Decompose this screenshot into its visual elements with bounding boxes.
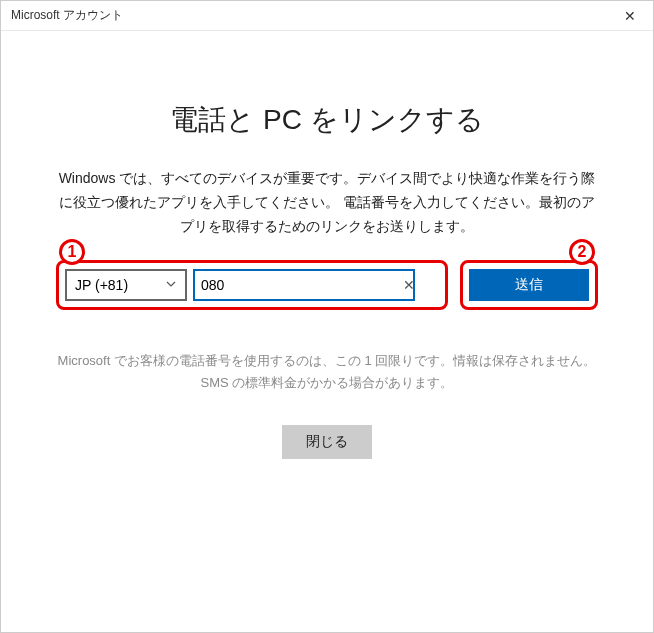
annotation-group-2: 2 送信 — [460, 260, 598, 310]
close-icon[interactable]: ✕ — [615, 1, 645, 31]
close-button[interactable]: 閉じる — [282, 425, 372, 459]
country-code-value: JP (+81) — [75, 277, 128, 293]
clear-icon[interactable]: ✕ — [401, 277, 417, 293]
page-title: 電話と PC をリンクする — [56, 101, 598, 139]
window-title: Microsoft アカウント — [11, 7, 123, 24]
send-button[interactable]: 送信 — [469, 269, 589, 301]
disclaimer-note: Microsoft でお客様の電話番号を使用するのは、この 1 回限りです。情報… — [56, 350, 598, 394]
titlebar: Microsoft アカウント ✕ — [1, 1, 653, 31]
annotation-badge-2: 2 — [569, 239, 595, 265]
page-description: Windows では、すべてのデバイスが重要です。デバイス間でより快適な作業を行… — [56, 167, 598, 238]
annotation-group-1: 1 JP (+81) 080 ✕ — [56, 260, 448, 310]
phone-prefix: 080 — [201, 277, 224, 293]
main-content: 電話と PC をリンクする Windows では、すべてのデバイスが重要です。デ… — [1, 31, 653, 459]
phone-number-input-wrapper[interactable]: 080 ✕ — [193, 269, 415, 301]
phone-number-input[interactable] — [226, 277, 401, 293]
chevron-down-icon — [165, 278, 177, 293]
phone-form-row: 1 JP (+81) 080 ✕ 2 送信 — [56, 260, 598, 310]
country-code-select[interactable]: JP (+81) — [65, 269, 187, 301]
annotation-badge-1: 1 — [59, 239, 85, 265]
